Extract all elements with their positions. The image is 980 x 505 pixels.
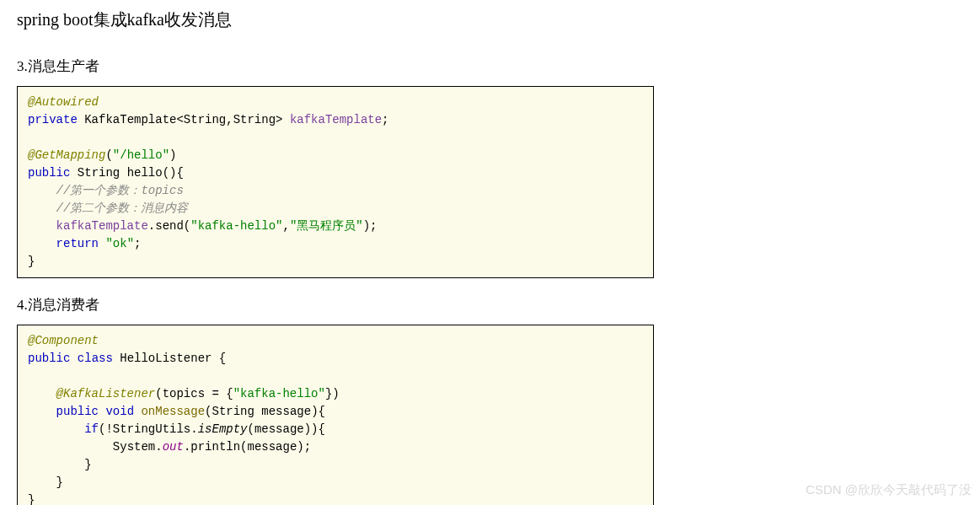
- code-token: message: [248, 440, 297, 454]
- code-token: String: [78, 166, 120, 180]
- code-token: message: [261, 405, 311, 418]
- code-token: "kafka-hello": [190, 219, 282, 233]
- code-token: String: [212, 405, 254, 418]
- code-token: void: [105, 405, 134, 418]
- code-consumer: @Component public class HelloListener { …: [17, 325, 654, 505]
- code-token: HelloListener: [120, 352, 212, 365]
- code-token: kafkaTemplate: [56, 219, 148, 233]
- code-token: public: [56, 405, 99, 418]
- code-token: println: [190, 440, 240, 454]
- code-token: private: [28, 113, 78, 126]
- code-token: isEmpty: [198, 422, 248, 436]
- code-token: @Component: [28, 334, 99, 347]
- code-token: "kafka-hello": [233, 387, 325, 400]
- section-producer-heading: 3.消息生产者: [17, 56, 963, 76]
- code-token: out: [163, 440, 184, 454]
- page-title: spring boot集成kafka收发消息: [17, 8, 963, 31]
- code-token: KafkaTemplate<String,String>: [84, 113, 282, 126]
- code-token: class: [78, 352, 113, 365]
- code-token: kafkaTemplate: [290, 113, 382, 126]
- code-token: @Autowired: [28, 95, 99, 109]
- code-token: return: [56, 237, 99, 250]
- code-token: public: [28, 352, 70, 365]
- code-token: @KafkaListener: [56, 387, 156, 400]
- code-token: message: [254, 422, 304, 436]
- code-token: //第一个参数：topics: [56, 184, 184, 197]
- code-token: //第二个参数：消息内容: [56, 201, 189, 215]
- code-token: onMessage: [141, 405, 205, 418]
- code-token: "/hello": [113, 148, 169, 162]
- section-consumer-heading: 4.消息消费者: [17, 295, 963, 314]
- code-token: if: [84, 422, 99, 436]
- code-token: "ok": [105, 237, 134, 250]
- code-token: @GetMapping: [28, 148, 105, 162]
- code-token: "黑马程序员": [290, 219, 363, 233]
- code-token: send: [155, 219, 184, 233]
- code-token: StringUtils: [113, 422, 190, 436]
- code-token: hello: [127, 166, 163, 180]
- watermark: CSDN @欣欣今天敲代码了没: [806, 482, 972, 498]
- code-producer: @Autowired private KafkaTemplate<String,…: [17, 86, 654, 278]
- code-token: public: [28, 166, 70, 180]
- code-token: System: [113, 440, 155, 454]
